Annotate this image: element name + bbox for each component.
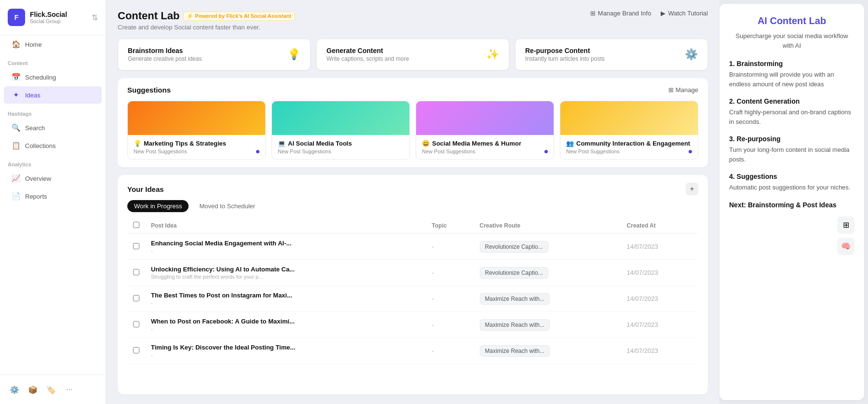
suggestion-emoji: 😄 <box>422 140 430 147</box>
header-left: Content Lab ⚡ Powered by Flick's AI Soci… <box>118 10 295 31</box>
rp-section-body-2: Craft highly-personal and on-brand capti… <box>729 108 854 126</box>
content-section-label: Content <box>0 54 106 68</box>
select-all-checkbox[interactable] <box>133 222 139 228</box>
suggestion-title: 💡 Marketing Tips & Strategies <box>134 140 259 147</box>
suggestion-card-bg <box>128 101 265 135</box>
row-checkbox-2[interactable] <box>133 295 139 301</box>
suggestion-emoji: 👥 <box>566 140 574 147</box>
qa-title: Brainstorm Ideas <box>128 47 202 54</box>
ai-chat-button[interactable]: 🧠 <box>837 238 854 255</box>
rp-section-suggestions: 4. Suggestions Automatic post suggestion… <box>729 173 854 192</box>
suggestions-grid: 💡 Marketing Tips & Strategies New Post S… <box>127 101 698 160</box>
tags-icon[interactable]: 🏷️ <box>44 383 58 396</box>
app-logo[interactable]: F Flick.Social Social Group ⇅ <box>0 0 106 35</box>
generate-card[interactable]: Generate Content Write captions, scripts… <box>316 39 509 70</box>
row-checkbox-4[interactable] <box>133 347 139 353</box>
suggestion-card-marketing[interactable]: 💡 Marketing Tips & Strategies New Post S… <box>127 101 266 160</box>
header-right: ⊞ Manage Brand Info ▶ Watch Tutorial <box>590 10 708 17</box>
ideas-icon: ✦ <box>12 91 20 99</box>
page-header: Content Lab ⚡ Powered by Flick's AI Soci… <box>118 10 708 31</box>
sidebar-item-overview[interactable]: 📈 Overview <box>4 170 102 187</box>
row-checkbox-cell <box>127 260 145 286</box>
table-row[interactable]: Timing Is Key: Discover the Ideal Postin… <box>127 338 698 364</box>
sidebar-item-reports[interactable]: 📄 Reports <box>4 188 102 205</box>
manage-button[interactable]: ⊞ Manage <box>668 86 698 94</box>
suggestion-card-community[interactable]: 👥 Community Interaction & Engagement New… <box>560 101 698 160</box>
extensions-icon[interactable]: 📦 <box>26 383 40 396</box>
manage-brand-button[interactable]: ⊞ Manage Brand Info <box>590 10 651 17</box>
suggestion-card-bg <box>416 101 554 135</box>
table-row[interactable]: The Best Times to Post on Instagram for … <box>127 286 698 312</box>
post-idea-title: The Best Times to Post on Instagram for … <box>151 292 420 299</box>
page-subtitle: Create and develop Social content faster… <box>118 24 295 31</box>
table-header-row: Post Idea Topic Creative Route Created A… <box>127 218 698 234</box>
creative-badge: Maximize Reach with... <box>480 319 550 331</box>
post-idea-sub: Struggling to craft the perfect words fo… <box>151 274 420 280</box>
suggestion-card-memes[interactable]: 😄 Social Media Memes & Humor New Post Su… <box>416 101 554 160</box>
sidebar-item-scheduling[interactable]: 📅 Scheduling <box>4 68 102 86</box>
row-checkbox-3[interactable] <box>133 321 139 327</box>
brainstorm-icon: 💡 <box>287 48 300 61</box>
suggestion-card-ai-tools[interactable]: 💻 AI Social Media Tools New Post Suggest… <box>271 101 410 160</box>
row-checkbox-0[interactable] <box>133 243 139 249</box>
suggestion-card-body: 💻 AI Social Media Tools New Post Suggest… <box>272 135 409 159</box>
suggestion-card-body: 😄 Social Media Memes & Humor New Post Su… <box>416 135 554 159</box>
brainstorm-card[interactable]: Brainstorm Ideas Generate creative post … <box>118 39 311 70</box>
qa-text: Brainstorm Ideas Generate creative post … <box>128 47 202 62</box>
sidebar-item-label: Scheduling <box>25 74 56 81</box>
code-icon-button[interactable]: ⊞ <box>837 216 854 234</box>
sidebar-bottom: ⚙️ 📦 🏷️ ··· <box>0 375 106 404</box>
sidebar-item-ideas[interactable]: ✦ Ideas <box>4 86 102 104</box>
repurpose-card[interactable]: Re-purpose Content Instantly turn articl… <box>515 39 708 70</box>
sidebar-item-collections[interactable]: 📋 Collections <box>4 137 102 154</box>
add-idea-button[interactable]: + <box>686 183 698 195</box>
post-idea-cell: When to Post on Facebook: A Guide to Max… <box>145 312 426 338</box>
rp-chat-icons: ⊞ 🧠 <box>729 216 854 255</box>
settings-icon[interactable]: ⚙️ <box>8 383 21 396</box>
sidebar-item-label: Collections <box>25 142 56 149</box>
qa-title: Generate Content <box>326 47 409 54</box>
sidebar-item-home[interactable]: 🏠 Home <box>4 36 102 53</box>
new-dot <box>544 150 548 153</box>
table-row[interactable]: When to Post on Facebook: A Guide to Max… <box>127 312 698 338</box>
qa-title: Re-purpose Content <box>525 47 605 54</box>
creative-route-cell: Maximize Reach with... <box>474 286 621 312</box>
sidebar-item-label: Overview <box>25 175 51 182</box>
created-at-cell: 14/07/2023 <box>621 312 698 338</box>
page-title: Content Lab ⚡ Powered by Flick's AI Soci… <box>118 10 295 22</box>
sidebar-item-search[interactable]: 🔍 Search <box>4 119 102 136</box>
rp-section-body-4: Automatic post suggestions for your nich… <box>729 183 854 192</box>
rp-section-body-1: Brainstorming will provide you with an e… <box>729 70 854 89</box>
sidebar-item-label: Search <box>25 124 45 132</box>
row-checkbox-cell <box>127 312 145 338</box>
tab-scheduler[interactable]: Moved to Scheduler <box>192 200 262 212</box>
new-dot <box>689 150 692 153</box>
creative-badge: Revolutionize Captio... <box>480 267 548 279</box>
main-content: Content Lab ⚡ Powered by Flick's AI Soci… <box>106 0 719 404</box>
watch-tutorial-button[interactable]: ▶ Watch Tutorial <box>661 10 708 17</box>
more-icon[interactable]: ··· <box>63 383 76 396</box>
suggestion-card-body: 👥 Community Interaction & Engagement New… <box>560 135 698 159</box>
sidebar-nav: 🏠 Home Content 📅 Scheduling ✦ Ideas Hash… <box>0 35 106 205</box>
ideas-header: Your Ideas + <box>127 183 698 195</box>
home-icon: 🏠 <box>12 40 20 49</box>
table-row[interactable]: Enhancing Social Media Engagement with A… <box>127 234 698 260</box>
table-row[interactable]: Unlocking Efficiency: Using AI to Automa… <box>127 260 698 286</box>
qa-subtitle: Generate creative post ideas <box>128 55 202 62</box>
sidebar: F Flick.Social Social Group ⇅ 🏠 Home Con… <box>0 0 106 404</box>
tab-wip[interactable]: Work in Progress <box>127 200 189 212</box>
creative-badge: Revolutionize Captio... <box>480 241 548 253</box>
overview-icon: 📈 <box>12 174 20 183</box>
creative-route-cell: Maximize Reach with... <box>474 312 621 338</box>
ideas-section: Your Ideas + Work in Progress Moved to S… <box>118 175 708 394</box>
suggestion-emoji: 💻 <box>278 140 285 147</box>
topic-cell: - <box>426 286 474 312</box>
suggestion-emoji: 💡 <box>134 140 141 147</box>
logo-chevron-icon[interactable]: ⇅ <box>92 13 98 22</box>
suggestion-card-bg <box>560 101 698 135</box>
topic-cell: - <box>426 260 474 286</box>
row-checkbox-1[interactable] <box>133 269 139 275</box>
col-checkbox <box>127 218 145 234</box>
analytics-section-label: Analytics <box>0 155 106 169</box>
suggestion-subtitle: New Post Suggestions <box>278 148 404 154</box>
